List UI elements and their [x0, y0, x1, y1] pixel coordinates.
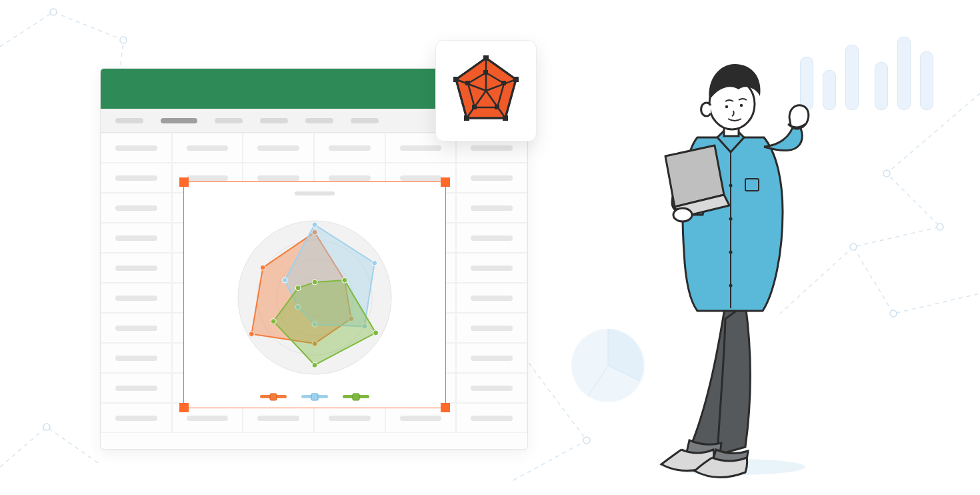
legend-item [301, 395, 328, 398]
svg-point-64 [740, 104, 743, 107]
svg-point-21 [249, 332, 254, 337]
svg-point-32 [342, 278, 347, 283]
svg-point-7 [890, 310, 897, 317]
svg-point-2 [43, 424, 50, 430]
svg-rect-48 [464, 115, 469, 121]
embedded-radar-chart[interactable] [183, 181, 446, 408]
svg-point-0 [50, 9, 57, 15]
ribbon-tab[interactable] [115, 118, 143, 123]
svg-rect-47 [503, 115, 508, 121]
chart-legend [184, 395, 445, 398]
svg-point-6 [850, 243, 857, 250]
svg-rect-53 [472, 105, 477, 109]
svg-point-34 [312, 362, 317, 368]
svg-point-3 [583, 437, 590, 444]
svg-point-56 [729, 184, 733, 187]
ribbon-tab-active[interactable] [161, 118, 197, 123]
svg-point-63 [725, 105, 728, 108]
svg-point-29 [282, 278, 287, 283]
resize-handle[interactable] [441, 403, 450, 412]
svg-point-35 [271, 319, 276, 324]
svg-point-33 [373, 330, 379, 336]
radar-plot [184, 194, 445, 394]
person-illustration [645, 52, 832, 479]
legend-item [260, 395, 287, 398]
svg-rect-54 [465, 81, 470, 85]
svg-point-4 [883, 170, 890, 177]
resize-handle[interactable] [179, 403, 189, 412]
ribbon-tab[interactable] [351, 118, 379, 123]
svg-rect-50 [483, 70, 488, 75]
svg-rect-51 [501, 81, 506, 85]
radar-chart-icon-card [435, 40, 537, 141]
resize-handle[interactable] [441, 177, 450, 187]
radar-chart-icon [449, 54, 523, 127]
ribbon-tab[interactable] [215, 118, 243, 123]
svg-point-36 [295, 286, 301, 291]
svg-point-25 [372, 260, 377, 266]
resize-handle[interactable] [179, 177, 189, 187]
svg-point-24 [312, 222, 317, 227]
mini-pie-chart-decor [568, 326, 648, 406]
ribbon-tab[interactable] [260, 118, 288, 123]
svg-rect-45 [483, 55, 489, 61]
svg-point-57 [729, 217, 733, 221]
legend-item [343, 395, 369, 398]
svg-rect-49 [453, 77, 459, 82]
svg-point-58 [729, 251, 733, 254]
ribbon-tab[interactable] [305, 118, 333, 123]
svg-point-59 [729, 284, 733, 288]
svg-point-5 [937, 223, 943, 230]
svg-rect-52 [495, 105, 499, 109]
svg-rect-46 [513, 77, 519, 82]
svg-point-1 [120, 37, 127, 43]
svg-point-31 [312, 280, 317, 285]
svg-point-60 [673, 208, 692, 221]
svg-point-22 [260, 265, 265, 270]
